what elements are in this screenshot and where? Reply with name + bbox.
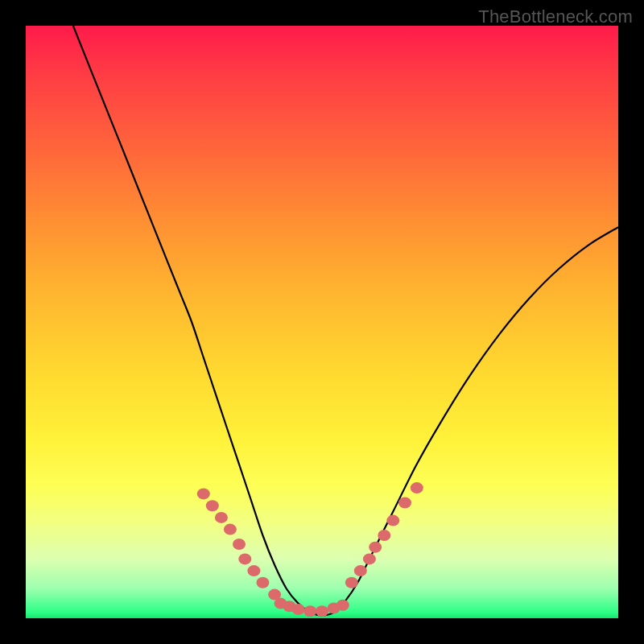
data-marker <box>386 515 399 526</box>
marker-layer <box>197 482 423 617</box>
data-marker <box>247 565 260 576</box>
data-marker <box>345 577 358 588</box>
data-marker <box>303 605 316 617</box>
chart-frame: TheBottleneck.com <box>0 0 644 644</box>
data-marker <box>411 482 423 493</box>
data-marker <box>224 524 237 535</box>
data-marker <box>369 542 382 553</box>
data-marker <box>354 565 367 576</box>
data-marker <box>215 512 228 523</box>
data-marker <box>233 539 246 550</box>
data-marker <box>363 553 376 564</box>
plot-area <box>26 26 618 618</box>
data-marker <box>292 604 305 615</box>
chart-svg <box>26 26 618 618</box>
data-marker <box>256 577 269 588</box>
data-marker <box>398 497 411 509</box>
data-marker <box>336 600 349 611</box>
data-marker <box>238 553 251 564</box>
bottleneck-curve <box>73 26 618 615</box>
data-marker <box>378 530 390 541</box>
data-marker <box>206 500 219 511</box>
data-marker <box>197 488 210 499</box>
watermark-text: TheBottleneck.com <box>478 6 633 27</box>
data-marker <box>316 605 328 617</box>
